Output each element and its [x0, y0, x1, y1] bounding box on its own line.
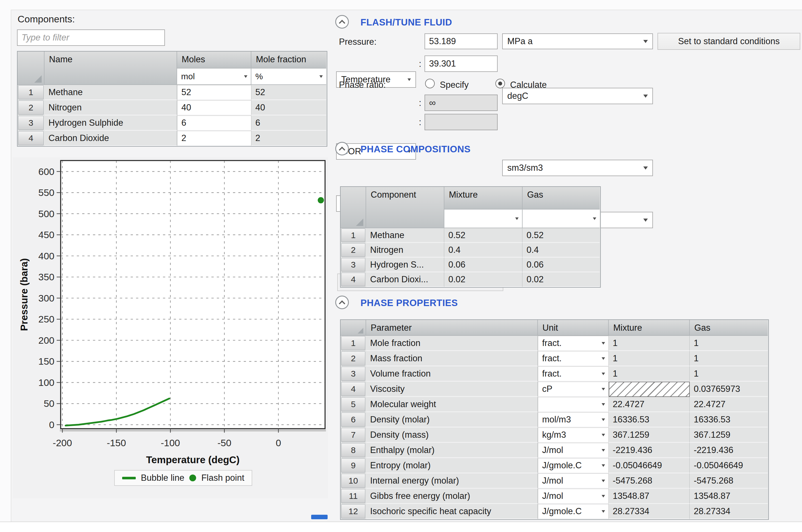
temperature-input[interactable]: [424, 56, 498, 72]
parameter-cell[interactable]: Density (molar): [366, 412, 538, 428]
gas-cell[interactable]: 1: [690, 366, 768, 382]
gas-cell[interactable]: 22.4727: [690, 397, 768, 412]
gas-cell[interactable]: 1: [690, 336, 768, 351]
gor-unit-dropdown[interactable]: sm3/sm3: [502, 160, 653, 176]
moles-value-cell[interactable]: 52: [177, 85, 251, 100]
mixture-cell[interactable]: [609, 382, 690, 397]
components-filter-input[interactable]: [17, 30, 165, 46]
unit-dropdown-cell[interactable]: J/mol: [538, 473, 609, 489]
row-number[interactable]: 3: [341, 367, 365, 381]
unit-dropdown-cell[interactable]: J/mol: [538, 443, 609, 458]
unit-dropdown-cell[interactable]: fract.: [538, 366, 609, 382]
gas-cell[interactable]: 0.4: [523, 243, 600, 258]
row-number[interactable]: 8: [341, 443, 365, 457]
mixture-cell[interactable]: -2219.436: [609, 443, 690, 458]
pressure-unit-dropdown[interactable]: MPa a: [502, 33, 653, 49]
gas-cell[interactable]: 16336.53: [690, 412, 768, 428]
component-name-cell[interactable]: Methane: [44, 85, 177, 100]
component-cell[interactable]: Carbon Dioxi...: [366, 272, 444, 287]
gas-cell[interactable]: 1: [690, 351, 768, 366]
unit-dropdown-cell[interactable]: J/gmole.C: [538, 504, 609, 519]
mixture-cell[interactable]: 13548.87: [609, 489, 690, 504]
parameter-cell[interactable]: Molecular weight: [366, 397, 538, 412]
gas-cell[interactable]: 0.03765973: [690, 382, 768, 397]
moles-unit-dropdown[interactable]: mol: [177, 69, 251, 85]
components-table-corner[interactable]: [18, 52, 44, 85]
mixture-cell[interactable]: 22.4727: [609, 397, 690, 412]
mixture-cell[interactable]: -5475.268: [609, 473, 690, 489]
row-number[interactable]: 4: [341, 273, 365, 286]
parameter-cell[interactable]: Gibbs free energy (molar): [366, 489, 538, 504]
calculate-radio[interactable]: [495, 79, 505, 88]
row-number[interactable]: 12: [341, 504, 365, 518]
row-number[interactable]: 3: [341, 258, 365, 271]
gas-cell[interactable]: 28.27334: [690, 504, 768, 519]
specify-radio-label[interactable]: Specify: [440, 80, 469, 90]
parameter-cell[interactable]: Entropy (molar): [366, 458, 538, 473]
gas-cell[interactable]: 13548.87: [690, 489, 768, 504]
unit-dropdown-cell[interactable]: fract.: [538, 351, 609, 366]
parameter-cell[interactable]: Mass fraction: [366, 351, 538, 366]
parameter-cell[interactable]: Density (mass): [366, 428, 538, 443]
gas-cell[interactable]: 0.02: [523, 272, 600, 287]
gas-cell[interactable]: 0.52: [523, 228, 600, 243]
component-cell[interactable]: Methane: [366, 228, 444, 243]
gas-filter-dropdown[interactable]: [523, 210, 600, 228]
row-number[interactable]: 4: [341, 382, 365, 396]
component-cell[interactable]: Nitrogen: [366, 243, 444, 258]
row-number[interactable]: 7: [341, 428, 365, 442]
row-number[interactable]: 5: [341, 397, 365, 412]
moles-value-cell[interactable]: 40: [177, 100, 251, 115]
unit-dropdown-cell[interactable]: [538, 397, 609, 412]
parameter-cell[interactable]: Internal energy (molar): [366, 473, 538, 489]
scroll-indicator[interactable]: [311, 515, 328, 519]
unit-dropdown-cell[interactable]: J/mol: [538, 489, 609, 504]
unit-dropdown-cell[interactable]: J/gmole.C: [538, 458, 609, 473]
row-number[interactable]: 6: [341, 413, 365, 427]
component-name-cell[interactable]: Nitrogen: [44, 100, 177, 115]
unit-dropdown-cell[interactable]: cP: [538, 382, 609, 397]
moles-value-cell[interactable]: 2: [177, 131, 251, 146]
unit-dropdown-cell[interactable]: mol/m3: [538, 412, 609, 428]
row-number[interactable]: 9: [341, 458, 365, 473]
row-number[interactable]: 1: [341, 336, 365, 350]
mixture-cell[interactable]: 0.02: [444, 272, 523, 287]
mixture-cell[interactable]: 0.4: [444, 243, 523, 258]
parameter-cell[interactable]: Enthalpy (molar): [366, 443, 538, 458]
component-cell[interactable]: Hydrogen S...: [366, 258, 444, 272]
compositions-table-corner[interactable]: [341, 187, 366, 228]
phase-properties-collapse-button[interactable]: [335, 296, 349, 309]
row-number[interactable]: 2: [18, 100, 44, 115]
specify-radio[interactable]: [425, 79, 435, 88]
gas-cell[interactable]: -5475.268: [690, 473, 768, 489]
component-name-cell[interactable]: Hydrogen Sulphide: [44, 115, 177, 131]
mixture-cell[interactable]: 0.06: [444, 258, 523, 272]
properties-table-corner[interactable]: [341, 320, 366, 336]
gas-cell[interactable]: 367.1259: [690, 428, 768, 443]
unit-dropdown-cell[interactable]: fract.: [538, 336, 609, 351]
gas-cell[interactable]: 0.06: [523, 258, 600, 272]
row-number[interactable]: 1: [18, 85, 44, 99]
mole-fraction-value-cell[interactable]: 2: [251, 131, 326, 146]
mole-fraction-value-cell[interactable]: 52: [251, 85, 326, 100]
gas-cell[interactable]: -0.05046649: [690, 458, 768, 473]
flash-tune-collapse-button[interactable]: [335, 15, 349, 28]
parameter-cell[interactable]: Viscosity: [366, 382, 538, 397]
row-number[interactable]: 3: [18, 116, 44, 130]
mixture-filter-dropdown[interactable]: [444, 210, 523, 228]
mole-fraction-unit-dropdown[interactable]: %: [251, 69, 326, 85]
mixture-cell[interactable]: 367.1259: [609, 428, 690, 443]
mole-fraction-value-cell[interactable]: 6: [251, 115, 326, 131]
unit-dropdown-cell[interactable]: kg/m3: [538, 428, 609, 443]
mixture-cell[interactable]: 1: [609, 351, 690, 366]
parameter-cell[interactable]: Isochoric specific heat capacity: [366, 504, 538, 519]
mixture-cell[interactable]: -0.05046649: [609, 458, 690, 473]
phase-compositions-collapse-button[interactable]: [335, 142, 349, 155]
row-number[interactable]: 4: [18, 131, 44, 145]
row-number[interactable]: 11: [341, 489, 365, 503]
row-number[interactable]: 2: [341, 352, 365, 365]
set-standard-conditions-button[interactable]: Set to standard conditions: [657, 33, 800, 50]
parameter-cell[interactable]: Volume fraction: [366, 366, 538, 382]
mixture-cell[interactable]: 1: [609, 336, 690, 351]
parameter-cell[interactable]: Mole fraction: [366, 336, 538, 351]
